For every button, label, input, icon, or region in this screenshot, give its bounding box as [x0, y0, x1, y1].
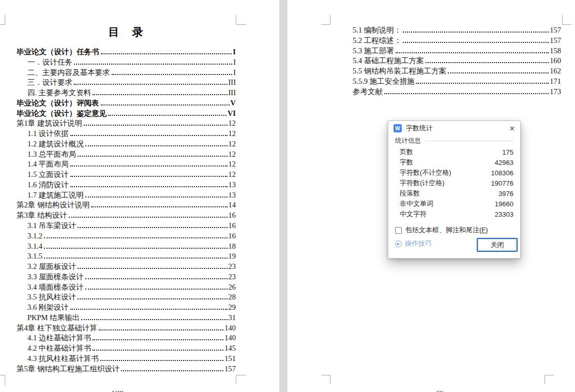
toc-entry-page: 157 — [224, 364, 236, 374]
toc-entry: 二、主要内容及基本要求 I — [17, 68, 236, 78]
toc-entry-page: 157 — [550, 25, 561, 36]
toc-leader-dots — [44, 258, 228, 259]
toc-entry-page: VI — [228, 109, 236, 119]
statistic-label: 中文字符 — [400, 209, 427, 219]
statistic-label: 字数 — [400, 158, 413, 167]
toc-entry: 3.2 屋面板设计 23 — [17, 262, 236, 272]
toc-entry: 3.1.4 18 — [17, 242, 236, 252]
toc-entry-page: 140 — [224, 333, 236, 343]
play-circle-icon: ▶ — [395, 240, 402, 247]
toc-entry-page: 16 — [229, 210, 236, 221]
toc-leader-dots — [93, 339, 223, 340]
toc-entry: 4.3 抗风柱柱基计算书 151 — [17, 354, 236, 364]
toc-entry: 5.2 工程综述： 157 — [353, 36, 561, 46]
toc-entry-page: I — [233, 57, 236, 68]
toc-entry: 3.1 吊车梁设计 16 — [17, 221, 236, 231]
margin-crop-mark — [562, 15, 571, 25]
toc-entry-title: 毕业论文（设计）评阅表 — [17, 98, 99, 109]
toc-entry-title: 5.5 钢结构吊装工程施工方案 — [353, 66, 446, 77]
statistic-row: 字符数(计空格) 190776 — [388, 178, 520, 188]
toc-leader-dots — [403, 32, 549, 33]
close-button[interactable]: 关闭 — [477, 238, 518, 252]
toc-entry-page: I — [233, 47, 236, 57]
toc-entry-title: 三．设计要求 — [27, 78, 72, 88]
toc-leader-dots — [108, 115, 226, 116]
statistic-label: 字符数(不计空格) — [400, 168, 451, 177]
toc-leader-dots — [100, 360, 224, 361]
toc-entry: 第2章 钢结构设计说明 14 — [17, 200, 236, 210]
toc-entry: 4.2 中柱基础计算书 145 — [17, 343, 236, 354]
toc-entry-page: 157 — [550, 36, 561, 46]
page-gap — [279, 0, 288, 392]
toc-leader-dots — [384, 93, 549, 94]
toc-title: 目 录 — [17, 25, 236, 39]
toc-entry-title: PKPM 结果输出 — [27, 313, 80, 323]
toc-entry: 1.5 立面设计 12 — [17, 170, 236, 180]
toc-entry-title: 毕业论文（设计）鉴定意见 — [17, 109, 107, 119]
toc-entry-page: 151 — [224, 354, 236, 364]
toc-entry: 5.5.9 施工安全措施 171 — [353, 77, 561, 87]
toc-entry-page: 19 — [229, 251, 236, 262]
statistic-label: 字符数(计空格) — [400, 178, 445, 188]
margin-crop-mark — [0, 15, 5, 25]
statistic-row: 字数 42963 — [388, 157, 520, 168]
toc-entry-title: 5.3 施工部署 — [353, 46, 394, 56]
toc-entry: 1.3 总平面布局 12 — [17, 149, 236, 160]
toc-leader-dots — [85, 289, 228, 290]
toc-entry: 1.6 消防设计 13 — [17, 180, 236, 190]
margin-crop-mark — [0, 375, 5, 385]
toc-entry-title: 4.1 边柱基础计算书 — [27, 333, 91, 343]
toc-entry-page: 26 — [229, 282, 236, 293]
toc-entry-title: 第1章 建筑设计说明 — [17, 118, 82, 129]
toc-entry: 5.4 基础工程施工方案 160 — [353, 56, 561, 66]
toc-entry-page: 12 — [229, 129, 236, 139]
toc-leader-dots — [93, 350, 223, 351]
toc-entry: 4.1 边柱基础计算书 140 — [17, 333, 236, 343]
close-icon[interactable]: ✕ — [509, 125, 515, 132]
page-number-footer: VIII — [0, 389, 236, 392]
toc-leader-dots — [99, 329, 223, 330]
dialog-titlebar[interactable]: W 字数统计 ✕ — [388, 121, 520, 135]
toc-entry: 5.1 编制说明： 157 — [353, 25, 561, 36]
toc-entry: 3.1.5 19 — [17, 251, 236, 262]
tips-link[interactable]: ▶ 操作技巧 — [395, 239, 432, 248]
toc-entry-page: 13 — [229, 180, 236, 190]
toc-entry-page: 23 — [229, 262, 236, 272]
toc-entry: 第5章 钢结构工程施工组织设计 157 — [17, 364, 236, 374]
word-count-dialog: W 字数统计 ✕ 统计信息 页数 175 字数 42963 字符数(不计空格) … — [388, 120, 521, 259]
toc-entry-title: 5.2 工程综述： — [353, 36, 401, 46]
statistics-group-header: 统计信息 — [395, 137, 513, 145]
toc-entry: 3.4 墙面檩条设计 26 — [17, 282, 236, 293]
toc-leader-dots — [93, 94, 227, 95]
checkbox-unchecked-icon[interactable] — [395, 227, 402, 234]
statistic-row: 非中文单词 19660 — [388, 199, 520, 209]
toc-entry: 1.7 建筑施工说明 13 — [17, 190, 236, 201]
toc-leader-dots — [396, 52, 549, 53]
toc-leader-dots — [78, 298, 227, 299]
include-textboxes-checkbox[interactable]: 包括文本框、脚注和尾注(F) — [395, 226, 488, 234]
toc-entry: 3.3 屋面檩条设计 23 — [17, 272, 236, 282]
toc-entry: 5.5 钢结构吊装工程施工方案 162 — [353, 66, 561, 77]
toc-entry: 四. 主要参考文资料 III — [17, 88, 236, 98]
toc-leader-dots — [70, 186, 228, 187]
statistic-value: 190776 — [491, 179, 513, 187]
toc-entry-title: 3.1.5 — [27, 251, 42, 262]
toc-entry-page: 12 — [229, 139, 236, 149]
toc-leader-dots — [74, 84, 228, 85]
toc-entry-title: 第3章 结构设计 — [17, 210, 67, 221]
toc-entry: 参考文献 173 — [353, 87, 561, 97]
toc-entry-page: 12 — [229, 170, 236, 180]
toc-entry-title: 毕业论文（设计）任务书 — [17, 47, 99, 57]
toc-entry-title: 5.5.9 施工安全措施 — [353, 77, 415, 87]
toc-entry-title: 二、主要内容及基本要求 — [27, 68, 110, 78]
toc-entry: 毕业论文（设计）任务书 I — [17, 47, 236, 57]
toc-leader-dots — [70, 176, 228, 177]
toc-entry-page: 173 — [550, 87, 561, 97]
toc-leader-dots — [84, 125, 228, 126]
toc-entry-title: 四. 主要参考文资料 — [27, 88, 91, 98]
toc-entry-page: 158 — [550, 46, 561, 56]
statistic-value: 42963 — [495, 159, 513, 167]
toc-leader-dots — [101, 53, 232, 54]
toc-entry-title: 3.6 刚架设计 — [27, 303, 69, 313]
toc-leader-dots — [101, 104, 230, 105]
